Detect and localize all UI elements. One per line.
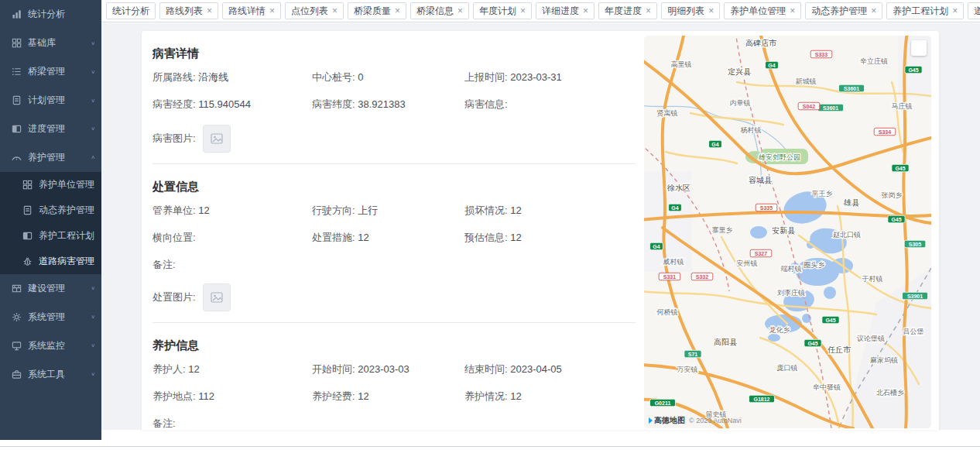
map-label-高里镇: 高里镇 — [671, 60, 692, 68]
tab-桥梁质量[interactable]: 桥梁质量× — [348, 2, 406, 19]
tab-点位列表[interactable]: 点位列表× — [285, 2, 344, 19]
sidebar-item-养护管理[interactable]: 养护管理∧ — [0, 143, 101, 172]
tab-明细列表[interactable]: 明细列表× — [661, 2, 720, 19]
map-label-新城镇: 新城镇 — [796, 77, 817, 85]
road-shield-S71: S71 — [684, 350, 701, 358]
svg-text:S305: S305 — [909, 242, 921, 247]
road-shield-S042: S042 — [798, 102, 820, 110]
grid-icon — [11, 38, 22, 49]
field-value: 2023-03-03 — [358, 363, 409, 375]
tab-养护单位管理[interactable]: 养护单位管理× — [724, 2, 801, 19]
svg-text:G4: G4 — [711, 142, 718, 147]
chevron-down-icon: ∨ — [91, 40, 95, 46]
tab-路线详情[interactable]: 路线详情× — [222, 2, 281, 19]
tab-close-icon[interactable]: × — [332, 6, 338, 15]
image-placeholder[interactable] — [203, 283, 231, 311]
amap-logo: 高德地图 — [649, 415, 685, 426]
field-label: 养护地点: — [152, 390, 198, 402]
tab-bar: 统计分析路线列表×路线详情×点位列表×桥梁质量×桥梁信息×年度计划×详细进度×年… — [101, 0, 980, 22]
map-label-安州镇: 安州镇 — [737, 259, 758, 267]
sidebar-item-养护工程计划[interactable]: 养护工程计划 — [0, 223, 101, 249]
sidebar-item-label: 进度管理 — [28, 122, 65, 136]
tab-年度进度[interactable]: 年度进度× — [598, 2, 657, 19]
field-label: 养护情况: — [464, 390, 510, 402]
svg-text:G45: G45 — [825, 318, 835, 323]
tab-close-icon[interactable]: × — [457, 6, 463, 15]
tab-close-icon[interactable]: × — [790, 6, 795, 15]
sidebar-item-系统工具[interactable]: 系统工具∨ — [0, 360, 101, 389]
map[interactable]: G4G4G4G4G45G45G45G45G45G0211G1812S3601S3… — [644, 36, 931, 428]
svg-text:G4: G4 — [653, 244, 660, 249]
field-value: 12 — [510, 204, 521, 216]
sidebar-item-label: 计划管理 — [28, 94, 65, 107]
field-损坏情况: 损坏情况: 12 — [464, 204, 648, 218]
sidebar-item-统计分析[interactable]: 统计分析 — [0, 0, 101, 29]
build-icon — [11, 283, 22, 294]
tab-close-icon[interactable]: × — [520, 6, 526, 15]
sidebar-item-道路病害管理[interactable]: 道路病害管理 — [0, 249, 101, 274]
map-label-平王乡: 平王乡 — [812, 190, 833, 198]
tab-养护工程计划[interactable]: 养护工程计划× — [886, 2, 964, 19]
field-value: 112 — [198, 390, 214, 402]
svg-text:S3901: S3901 — [907, 294, 923, 299]
progress-icon — [22, 231, 33, 242]
field-养护地点: 养护地点: 112 — [152, 390, 312, 404]
svg-text:S3601: S3601 — [823, 105, 838, 111]
field-label: 管养单位: — [152, 204, 198, 216]
sidebar-item-养护单位管理[interactable]: 养护单位管理 — [0, 172, 101, 198]
tab-label: 统计分析 — [112, 5, 149, 18]
tab-路线列表[interactable]: 路线列表× — [159, 2, 218, 19]
tab-年度计划[interactable]: 年度计划× — [473, 2, 532, 19]
sidebar-item-计划管理[interactable]: 计划管理∨ — [0, 86, 101, 115]
tab-桥梁信息[interactable]: 桥梁信息× — [410, 2, 469, 19]
road-shield-S3901: S3901 — [903, 292, 928, 300]
tab-统计分析[interactable]: 统计分析 — [106, 2, 156, 19]
tab-label: 桥梁质量 — [354, 5, 391, 18]
tab-close-icon[interactable]: × — [952, 6, 958, 15]
sidebar-item-进度管理[interactable]: 进度管理∨ — [0, 115, 101, 143]
sidebar-item-系统监控[interactable]: 系统监控∨ — [0, 331, 101, 360]
tab-close-icon[interactable]: × — [207, 6, 212, 15]
field-开始时间: 开始时间: 2023-03-03 — [312, 362, 464, 376]
window-bottom-edge — [0, 446, 980, 447]
road-icon — [11, 153, 22, 163]
field-label: 养护经费: — [312, 390, 358, 402]
map-label-圈头乡: 圈头乡 — [804, 261, 825, 269]
tab-close-icon[interactable]: × — [395, 6, 400, 15]
svg-text:G0211: G0211 — [655, 400, 671, 406]
tab-close-icon[interactable]: × — [269, 6, 275, 15]
map-label-马庄镇: 马庄镇 — [892, 102, 913, 110]
map-label-龙化乡: 龙化乡 — [769, 326, 790, 334]
field-养护人: 养护人: 12 — [152, 362, 312, 376]
svg-text:G4: G4 — [671, 205, 678, 211]
tab-label: 路线详情 — [228, 5, 266, 18]
sidebar-item-动态养护管理[interactable]: 动态养护管理 — [0, 198, 101, 223]
sidebar-item-桥梁管理[interactable]: 桥梁管理∨ — [0, 57, 101, 86]
image-placeholder[interactable] — [203, 125, 231, 153]
sidebar-item-基础库[interactable]: 基础库∨ — [0, 29, 101, 57]
chevron-down-icon: ∨ — [91, 314, 95, 320]
tab-close-icon[interactable]: × — [871, 6, 876, 15]
field-label: 养护人: — [152, 363, 188, 375]
tab-close-icon[interactable]: × — [583, 6, 588, 15]
field-病害信息: 病害信息: — [464, 98, 648, 112]
tab-close-icon[interactable]: × — [708, 6, 714, 15]
map-label-杨村镇: 杨村镇 — [741, 126, 762, 134]
map-control-button[interactable] — [911, 40, 927, 56]
sidebar-item-label: 动态养护管理 — [39, 204, 94, 217]
tab-close-icon[interactable]: × — [646, 6, 651, 15]
field-label: 中心桩号: — [312, 71, 358, 83]
tab-道路病害管理[interactable]: 道路病害管理× — [968, 2, 980, 19]
svg-text:S327: S327 — [755, 251, 767, 256]
chevron-down-icon: ∨ — [91, 98, 95, 103]
tab-详细进度[interactable]: 详细进度× — [536, 2, 595, 19]
sidebar-item-建设管理[interactable]: 建设管理∨ — [0, 274, 101, 303]
map-label-端村镇: 端村镇 — [781, 265, 802, 273]
map-label-麻家坞镇: 麻家坞镇 — [870, 356, 898, 364]
sidebar-item-label: 建设管理 — [28, 282, 65, 295]
tab-动态养护管理[interactable]: 动态养护管理× — [805, 2, 882, 19]
sidebar-item-系统管理[interactable]: 系统管理∨ — [0, 303, 101, 331]
map-copyright: © 2023 AutoNavi — [689, 417, 742, 424]
field-label: 开始时间: — [312, 363, 358, 375]
road-shield-S3601: S3601 — [839, 84, 865, 92]
